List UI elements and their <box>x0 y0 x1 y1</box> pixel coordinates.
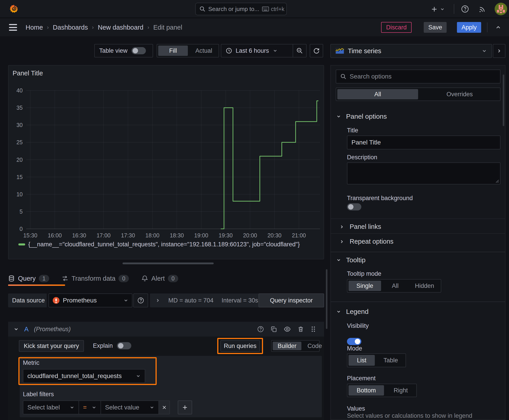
time-range-label: Last 6 hours <box>236 47 269 54</box>
code-option[interactable]: Code <box>303 341 327 351</box>
values-label: Values <box>347 405 365 412</box>
query-builder-panel: Metric cloudflared_tunnel_total_requests… <box>20 356 322 417</box>
save-button[interactable]: Save <box>424 22 447 33</box>
tooltip-mode-group: Single All Hidden <box>347 279 441 292</box>
tooltip-single[interactable]: Single <box>349 281 381 291</box>
breadcrumb-new-dashboard[interactable]: New dashboard <box>98 24 144 31</box>
time-series-chart[interactable]: 15:3016:0016:3017:0017:3018:0018:3019:00… <box>8 66 324 259</box>
svg-text:35: 35 <box>16 105 23 111</box>
pane-resize-handle[interactable] <box>122 262 214 264</box>
placement-bottom[interactable]: Bottom <box>349 385 384 396</box>
table-view-switch[interactable] <box>131 47 146 54</box>
chevron-down-icon[interactable] <box>14 326 19 332</box>
placement-label: Placement <box>347 375 376 382</box>
builder-option[interactable]: Builder <box>273 342 301 350</box>
kick-start-button[interactable]: Kick start your query <box>19 340 84 352</box>
breadcrumb-dashboards[interactable]: Dashboards <box>53 24 88 31</box>
rss-icon <box>479 5 486 13</box>
add-filter-button[interactable] <box>178 400 192 414</box>
delete-query-icon[interactable] <box>298 326 304 332</box>
options-scrollbar-thumb[interactable] <box>503 75 504 126</box>
left-scrollbar-thumb[interactable] <box>326 269 327 329</box>
active-tab-indicator <box>8 285 65 286</box>
table-view-label: Table view <box>99 47 128 54</box>
tab-transform-label: Transform data <box>72 275 116 282</box>
panel-preview-card: Panel Title 15:3016:0016:3017:0017:3018:… <box>8 65 324 259</box>
panel-links-section[interactable]: Panel links <box>339 223 381 230</box>
placement-right[interactable]: Right <box>385 384 416 397</box>
time-range-picker[interactable]: Last 6 hours <box>221 44 307 57</box>
grafana-logo[interactable] <box>9 4 19 14</box>
visualization-picker[interactable]: Time series <box>330 44 492 58</box>
breadcrumb-separator: › <box>92 24 94 30</box>
svg-text:5: 5 <box>20 209 23 215</box>
mode-list[interactable]: List <box>349 355 375 366</box>
tab-all[interactable]: All <box>337 89 418 99</box>
drag-handle-icon[interactable] <box>311 326 316 332</box>
collapse-pane-button[interactable] <box>493 44 505 58</box>
breadcrumb-home[interactable]: Home <box>26 24 43 31</box>
tooltip-all[interactable]: All <box>382 279 408 292</box>
user-avatar[interactable] <box>495 3 507 15</box>
query-ref-id: A <box>24 326 29 333</box>
tab-alert[interactable]: Alert 0 <box>141 275 178 282</box>
breadcrumb-separator: › <box>147 24 149 30</box>
options-search-input[interactable]: Search options <box>336 69 501 83</box>
explain-toggle[interactable]: Explain <box>93 342 131 349</box>
operator-dropdown[interactable]: = <box>79 400 101 414</box>
datasource-row: Data source Prometheus MD = auto = 704 I… <box>8 293 324 307</box>
select-label-dropdown[interactable]: Select label <box>23 400 79 414</box>
mode-label: Mode <box>347 345 362 352</box>
legend-series-label[interactable]: {__name__="cloudflared_tunnel_total_requ… <box>28 241 300 248</box>
tab-query[interactable]: Query 1 <box>8 275 49 282</box>
remove-filter-button[interactable] <box>159 400 170 414</box>
visibility-label: Visibility <box>347 322 369 329</box>
explain-switch[interactable] <box>117 342 131 349</box>
query-inspector-button[interactable]: Query inspector <box>258 293 324 307</box>
duplicate-query-icon[interactable] <box>271 326 277 332</box>
description-label: Description <box>347 154 377 161</box>
panel-options-section-header[interactable]: Panel options <box>336 113 387 120</box>
help-button[interactable] <box>461 5 469 13</box>
select-value-dropdown[interactable]: Select value <box>101 400 159 414</box>
global-search-input[interactable]: Search or jump to... ctrl+k <box>195 3 287 15</box>
datasource-picker[interactable]: Prometheus <box>48 293 132 307</box>
toggle-visibility-icon[interactable] <box>284 326 291 333</box>
zoom-out-icon <box>296 47 303 54</box>
discard-button[interactable]: Discard <box>381 22 412 33</box>
panel-description-textarea[interactable] <box>347 162 501 184</box>
fill-actual-group: Fill Actual <box>157 44 219 57</box>
query-help-icon[interactable] <box>257 326 264 332</box>
news-button[interactable] <box>479 5 486 13</box>
legend-section-header[interactable]: Legend <box>336 308 369 315</box>
tab-overrides[interactable]: Overrides <box>419 88 500 100</box>
breadcrumb-bar: Home › Dashboards › New dashboard › Edit… <box>0 18 509 36</box>
repeat-options-section[interactable]: Repeat options <box>339 238 393 245</box>
fill-option[interactable]: Fill <box>158 45 188 56</box>
table-view-toggle[interactable]: Table view <box>94 44 153 57</box>
zoom-out-button[interactable] <box>293 47 306 54</box>
add-new-button[interactable] <box>431 6 445 13</box>
legend-visibility-switch[interactable] <box>347 338 361 345</box>
tooltip-hidden[interactable]: Hidden <box>408 279 441 292</box>
transparent-bg-switch[interactable] <box>347 203 361 210</box>
menu-toggle-button[interactable] <box>9 24 17 31</box>
refresh-button[interactable] <box>310 44 323 57</box>
actual-option[interactable]: Actual <box>189 45 219 57</box>
chart-legend: {__name__="cloudflared_tunnel_total_requ… <box>18 241 300 248</box>
tooltip-section-header[interactable]: Tooltip <box>336 256 365 264</box>
refresh-icon <box>313 47 320 54</box>
chevron-down-icon <box>336 258 341 262</box>
prometheus-icon <box>53 297 60 304</box>
query-row-header[interactable]: A (Prometheus) <box>8 322 324 337</box>
mode-table[interactable]: Table <box>376 354 406 367</box>
panel-title-input[interactable]: Panel Title <box>347 135 501 150</box>
collapse-options-button[interactable] <box>495 24 501 30</box>
max-data-points-stat: MD = auto = 704 <box>168 297 213 304</box>
legend-series-marker[interactable] <box>18 243 25 246</box>
tab-transform[interactable]: Transform data 0 <box>62 275 129 282</box>
apply-button[interactable]: Apply <box>457 22 481 33</box>
datasource-help-button[interactable] <box>133 293 148 307</box>
svg-text:18:30: 18:30 <box>170 232 184 239</box>
chevron-down-icon <box>482 48 487 54</box>
